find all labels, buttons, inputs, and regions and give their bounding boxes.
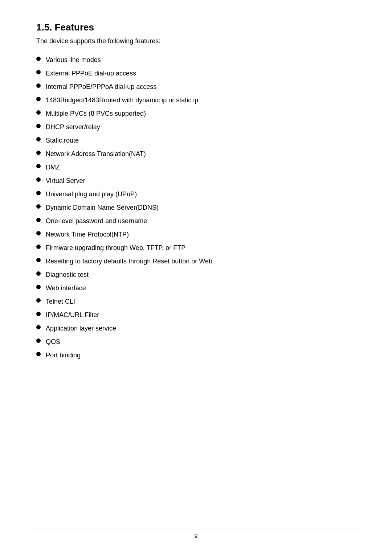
bullet-icon	[36, 338, 41, 343]
list-item: Telnet CLI	[36, 297, 363, 307]
list-item: DHCP server/relay	[36, 122, 363, 132]
list-item: Various line modes	[36, 55, 363, 65]
page-footer: 9	[0, 529, 392, 539]
feature-text: Firmware upgrading through Web, TFTP, or…	[46, 243, 185, 253]
feature-text: Internal PPPoE/PPPoA dial-up access	[46, 82, 156, 92]
bullet-icon	[36, 298, 41, 303]
list-item: Dynamic Domain Name Server(DDNS)	[36, 203, 363, 213]
feature-text: Network Time Protocol(NTP)	[46, 230, 129, 239]
feature-text: Dynamic Domain Name Server(DDNS)	[46, 203, 159, 213]
list-item: QOS	[36, 337, 363, 347]
list-item: Static route	[36, 136, 363, 145]
feature-text: Web interface	[46, 283, 86, 293]
feature-text: Port binding	[46, 350, 81, 360]
list-item: Virtual Server	[36, 176, 363, 186]
feature-text: External PPPoE dial-up access	[46, 69, 136, 78]
list-item: One-level password and username	[36, 216, 363, 226]
feature-text: Various line modes	[46, 55, 101, 65]
list-item: DMZ	[36, 163, 363, 172]
feature-text: 1483Bridged/1483Routed with dynamic ip o…	[46, 95, 198, 105]
feature-list: Various line modesExternal PPPoE dial-up…	[36, 55, 363, 360]
bullet-icon	[36, 218, 41, 222]
feature-text: Network Address Translation(NAT)	[46, 149, 146, 159]
list-item: Network Address Translation(NAT)	[36, 149, 363, 159]
bullet-icon	[36, 231, 41, 235]
feature-text: Static route	[46, 136, 79, 145]
feature-text: IP/MAC/URL Filter	[46, 310, 99, 320]
list-item: External PPPoE dial-up access	[36, 69, 363, 78]
feature-text: Multiple PVCs (8 PVCs supported)	[46, 109, 146, 119]
bullet-icon	[36, 312, 41, 316]
bullet-icon	[36, 137, 41, 141]
bullet-icon	[36, 204, 41, 209]
bullet-icon	[36, 245, 41, 249]
bullet-icon	[36, 325, 41, 329]
feature-text: One-level password and username	[46, 216, 147, 226]
bullet-icon	[36, 151, 41, 155]
feature-text: Resetting to factory defaults through Re…	[46, 257, 212, 266]
page-number: 9	[195, 533, 198, 539]
bullet-icon	[36, 352, 41, 356]
bullet-icon	[36, 83, 41, 88]
bullet-icon	[36, 70, 41, 74]
bullet-icon	[36, 97, 41, 101]
list-item: Resetting to factory defaults through Re…	[36, 257, 363, 266]
bullet-icon	[36, 177, 41, 182]
list-item: IP/MAC/URL Filter	[36, 310, 363, 320]
feature-text: Application layer service	[46, 324, 116, 333]
list-item: Network Time Protocol(NTP)	[36, 230, 363, 239]
bullet-icon	[36, 110, 41, 115]
feature-text: Universal plug and play (UPnP)	[46, 189, 137, 199]
feature-text: DHCP server/relay	[46, 122, 100, 132]
list-item: Diagnostic test	[36, 270, 363, 280]
bullet-icon	[36, 258, 41, 262]
list-item: Multiple PVCs (8 PVCs supported)	[36, 109, 363, 119]
bullet-icon	[36, 57, 41, 61]
section-intro: The device supports the following featur…	[36, 37, 363, 45]
list-item: Firmware upgrading through Web, TFTP, or…	[36, 243, 363, 253]
feature-text: QOS	[46, 337, 60, 347]
footer-divider	[29, 529, 363, 529]
feature-text: Telnet CLI	[46, 297, 75, 307]
bullet-icon	[36, 164, 41, 168]
list-item: Web interface	[36, 283, 363, 293]
bullet-icon	[36, 271, 41, 276]
bullet-icon	[36, 191, 41, 195]
list-item: Port binding	[36, 350, 363, 360]
bullet-icon	[36, 285, 41, 289]
list-item: Application layer service	[36, 324, 363, 333]
section-title: 1.5. Features	[36, 22, 363, 33]
list-item: Internal PPPoE/PPPoA dial-up access	[36, 82, 363, 92]
page: 1.5. Features The device supports the fo…	[0, 0, 392, 554]
feature-text: Virtual Server	[46, 176, 85, 186]
list-item: 1483Bridged/1483Routed with dynamic ip o…	[36, 95, 363, 105]
feature-text: Diagnostic test	[46, 270, 89, 280]
feature-text: DMZ	[46, 163, 60, 172]
list-item: Universal plug and play (UPnP)	[36, 189, 363, 199]
bullet-icon	[36, 124, 41, 128]
